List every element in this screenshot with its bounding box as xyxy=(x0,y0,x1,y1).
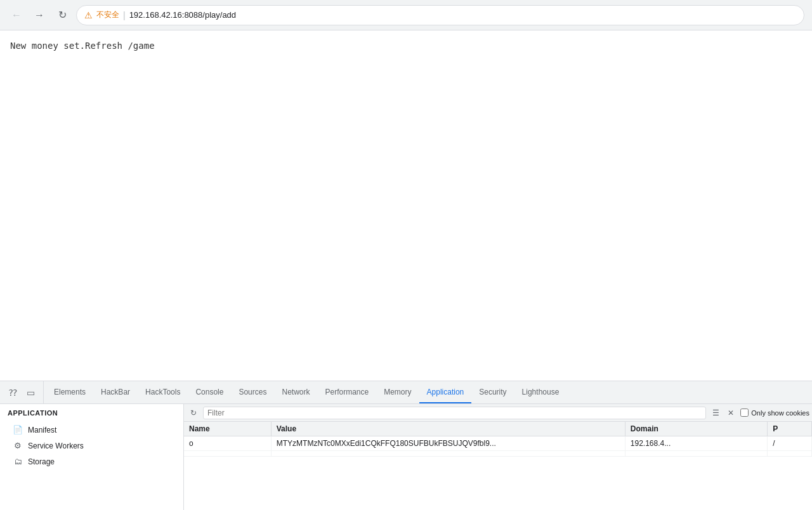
manifest-icon: 📄 xyxy=(13,425,23,435)
service-workers-icon: ⚙ xyxy=(13,441,23,450)
devtools-body: Application 📄 Manifest ⚙ Service Workers… xyxy=(0,404,812,510)
tab-network[interactable]: Network xyxy=(274,381,317,403)
sidebar-item-manifest-label: Manifest xyxy=(28,426,56,435)
refresh-cookies-button[interactable]: ↻ xyxy=(187,406,200,420)
col-header-value: Value xyxy=(271,422,625,436)
cookies-data-table: Name Value Domain P o MTYzMTMzNTc0MXxEdi… xyxy=(184,422,812,457)
table-header: Name Value Domain P xyxy=(184,422,812,436)
tab-console[interactable]: Console xyxy=(188,381,231,403)
address-bar[interactable]: ⚠ 不安全 | 192.168.42.16:8088/play/add xyxy=(76,5,804,25)
sidebar-item-service-workers-label: Service Workers xyxy=(28,441,84,450)
sidebar-item-manifest[interactable]: 📄 Manifest xyxy=(0,422,183,438)
forward-button[interactable]: → xyxy=(30,6,48,24)
address-separator: | xyxy=(123,10,126,20)
filter-input[interactable] xyxy=(203,407,706,419)
table-row[interactable]: o MTYzMTMzNTc0MXxEdi1CQkFFQ180SUFBUkFBSU… xyxy=(184,436,812,451)
cookie-name-cell: o xyxy=(184,436,271,451)
devtools-sidebar: Application 📄 Manifest ⚙ Service Workers… xyxy=(0,404,184,510)
clear-filter-button[interactable]: ✕ xyxy=(724,406,738,420)
sidebar-item-storage[interactable]: 🗂 Storage xyxy=(0,454,183,469)
insecure-label: 不安全 xyxy=(96,10,119,20)
only-cookies-label: Only show cookies xyxy=(740,409,809,417)
browser-chrome: ← → ↻ ⚠ 不安全 | 192.168.42.16:8088/play/ad… xyxy=(0,0,812,30)
insecure-warning-icon: ⚠ xyxy=(84,10,93,20)
tab-sources[interactable]: Sources xyxy=(231,381,274,403)
inspect-element-button[interactable]: ⁇ xyxy=(5,385,20,400)
only-cookies-checkbox[interactable] xyxy=(740,409,749,417)
page-text: New money set.Refresh /game xyxy=(10,41,155,51)
sidebar-section-title: Application xyxy=(0,404,183,422)
devtools-tabbar: ⁇ ▭ Elements HackBar HackTools Console S… xyxy=(0,381,812,404)
reload-button[interactable]: ↻ xyxy=(53,6,71,24)
col-header-domain: Domain xyxy=(625,422,767,436)
cookie-value-cell: MTYzMTMzNTc0MXxEdi1CQkFFQ180SUFBUkFBSUJQ… xyxy=(271,436,625,451)
cookies-toolbar: ↻ ☰ ✕ Only show cookies xyxy=(184,404,812,422)
col-header-name: Name xyxy=(184,422,271,436)
tab-lighthouse[interactable]: Lighthouse xyxy=(514,381,567,403)
table-body: o MTYzMTMzNTc0MXxEdi1CQkFFQ180SUFBUkFBSU… xyxy=(184,436,812,457)
tab-performance[interactable]: Performance xyxy=(317,381,376,403)
devtools-panel: ⁇ ▭ Elements HackBar HackTools Console S… xyxy=(0,381,812,510)
tab-application[interactable]: Application xyxy=(419,381,472,403)
table-row-empty xyxy=(184,451,812,457)
cookie-domain-cell: 192.168.4... xyxy=(625,436,767,451)
cookies-table: Name Value Domain P o MTYzMTMzNTc0MXxEdi… xyxy=(184,422,812,510)
tab-elements[interactable]: Elements xyxy=(46,381,93,403)
col-header-path: P xyxy=(768,422,812,436)
url-display: 192.168.42.16:8088/play/add xyxy=(129,10,236,20)
device-toolbar-button[interactable]: ▭ xyxy=(23,385,38,400)
toolbar-actions: ☰ ✕ xyxy=(709,406,738,420)
cookie-path-cell: / xyxy=(768,436,812,451)
sidebar-item-storage-label: Storage xyxy=(28,457,55,466)
only-cookies-text: Only show cookies xyxy=(751,409,809,417)
storage-icon: 🗂 xyxy=(13,457,23,466)
tab-memory[interactable]: Memory xyxy=(376,381,419,403)
tab-security[interactable]: Security xyxy=(471,381,514,403)
page-content: New money set.Refresh /game xyxy=(0,30,812,381)
devtools-main: ↻ ☰ ✕ Only show cookies Name Va xyxy=(184,404,812,510)
tab-hackbar[interactable]: HackBar xyxy=(93,381,138,403)
devtools-icon-group: ⁇ ▭ xyxy=(5,381,44,403)
filter-cookies-button[interactable]: ☰ xyxy=(709,406,723,420)
sidebar-item-service-workers[interactable]: ⚙ Service Workers xyxy=(0,438,183,454)
back-button[interactable]: ← xyxy=(8,6,25,24)
tab-hacktools[interactable]: HackTools xyxy=(138,381,188,403)
